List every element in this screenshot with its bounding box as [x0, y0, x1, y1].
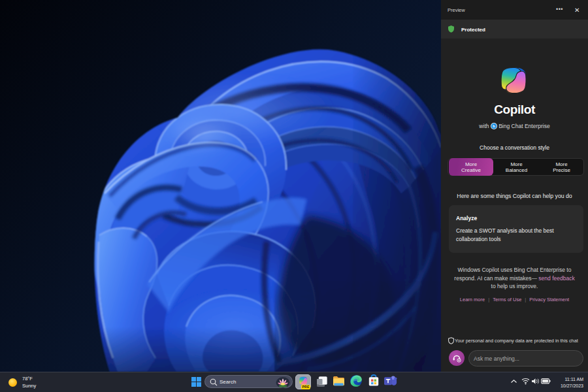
- svg-text:b: b: [493, 123, 495, 128]
